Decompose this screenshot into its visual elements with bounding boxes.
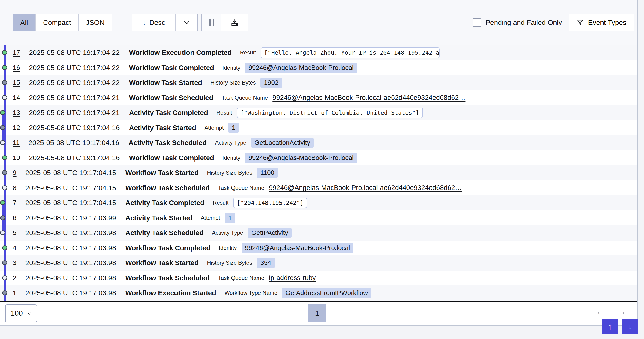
event-detail-label: Attempt (201, 215, 220, 221)
event-detail-label: History Size Bytes (210, 79, 256, 86)
event-id-link[interactable]: 5 (13, 229, 16, 237)
event-row[interactable]: 52025-05-08 UTC 19:17:03.98Activity Task… (0, 225, 638, 240)
event-detail-label: Identity (219, 245, 236, 251)
page-1-button[interactable]: 1 (308, 304, 326, 322)
event-type: Workflow Task Completed (129, 154, 214, 162)
event-detail-label: Result (216, 109, 232, 116)
event-types-filter-button[interactable]: Event Types (568, 14, 634, 32)
event-row[interactable]: 132025-05-08 UTC 19:17:04.21Activity Tas… (0, 105, 638, 120)
download-button[interactable] (221, 14, 248, 31)
timeline-dot-gray (2, 290, 7, 295)
event-id-link[interactable]: 11 (13, 139, 20, 146)
event-detail-label: Result (213, 200, 228, 206)
event-row[interactable]: 32025-05-08 UTC 19:17:03.98Workflow Task… (0, 255, 638, 270)
event-detail-label: Attempt (204, 125, 224, 131)
chevron-down-icon (183, 19, 190, 27)
event-timestamp: 2025-05-08 UTC 19:17:04.15 (25, 199, 116, 207)
event-detail-link[interactable]: 99246@Angelas-MacBook-Pro.local-ae62d440… (269, 184, 462, 192)
event-timestamp: 2025-05-08 UTC 19:17:04.22 (29, 64, 120, 72)
event-timestamp: 2025-05-08 UTC 19:17:04.21 (29, 94, 120, 102)
event-detail-badge: 1100 (257, 168, 278, 178)
pending-failed-label: Pending and Failed Only (486, 19, 562, 27)
event-detail-code: ["204.148.195.242"] (233, 198, 307, 208)
event-id-link[interactable]: 13 (13, 109, 20, 116)
view-mode-toggle: All Compact JSON (13, 14, 112, 32)
event-type: Workflow Execution Started (126, 289, 216, 297)
pagination-bar: 100 1 ← → (0, 301, 638, 325)
view-mode-compact-button[interactable]: Compact (35, 14, 78, 31)
event-row[interactable]: 82025-05-08 UTC 19:17:04.15Workflow Task… (0, 180, 638, 196)
timeline-dot-white (2, 185, 7, 190)
event-type: Activity Task Completed (129, 109, 208, 117)
timeline-dot-green (0, 200, 5, 205)
timeline-dot-white (0, 140, 5, 145)
event-row[interactable]: 112025-05-08 UTC 19:17:04.16Activity Tas… (0, 135, 638, 150)
scroll-to-bottom-button[interactable]: ↓ (622, 319, 638, 334)
view-mode-all-button[interactable]: All (13, 14, 35, 31)
sort-dropdown-button[interactable] (176, 14, 197, 31)
event-id-link[interactable]: 17 (13, 49, 20, 56)
history-actions (202, 14, 248, 32)
timeline-dot-white (0, 230, 5, 235)
event-id-link[interactable]: 14 (13, 94, 20, 102)
event-detail-code: ["Hello, Angela Zhou. Your IP is 204.148… (260, 48, 440, 58)
event-id-link[interactable]: 8 (13, 184, 16, 192)
event-id-link[interactable]: 15 (13, 79, 20, 86)
event-row[interactable]: 152025-05-08 UTC 19:17:04.22Workflow Tas… (0, 75, 638, 90)
event-detail-label: Result (240, 49, 256, 56)
event-id-link[interactable]: 9 (13, 169, 16, 176)
event-detail-label: Workflow Type Name (224, 290, 277, 296)
event-row[interactable]: 62025-05-08 UTC 19:17:03.99Activity Task… (0, 210, 638, 226)
sort-control: ↓ Desc (132, 14, 198, 32)
event-row[interactable]: 172025-05-08 UTC 19:17:04.22Workflow Exe… (0, 45, 638, 60)
sort-desc-button[interactable]: ↓ Desc (132, 14, 176, 31)
event-id-link[interactable]: 2 (13, 274, 16, 282)
pending-failed-checkbox[interactable] (473, 19, 481, 27)
event-type: Workflow Execution Completed (129, 49, 232, 57)
pause-button[interactable] (202, 14, 221, 31)
event-id-link[interactable]: 1 (13, 289, 16, 297)
event-timestamp: 2025-05-08 UTC 19:17:03.98 (25, 244, 116, 252)
event-id-link[interactable]: 6 (13, 214, 16, 222)
event-id-link[interactable]: 7 (13, 199, 16, 206)
chevron-down-icon (26, 310, 32, 316)
event-id-link[interactable]: 4 (13, 244, 16, 252)
previous-page-arrow-icon[interactable]: ← (596, 305, 606, 317)
arrow-down-icon: ↓ (628, 321, 632, 331)
event-row[interactable]: 72025-05-08 UTC 19:17:04.15Activity Task… (0, 195, 638, 210)
view-mode-json-button[interactable]: JSON (78, 14, 112, 31)
event-row[interactable]: 162025-05-08 UTC 19:17:04.22Workflow Tas… (0, 60, 638, 76)
event-row[interactable]: 142025-05-08 UTC 19:17:04.21Workflow Tas… (0, 90, 638, 106)
event-row[interactable]: 12025-05-08 UTC 19:17:03.98Workflow Exec… (0, 285, 638, 300)
event-timestamp: 2025-05-08 UTC 19:17:04.16 (29, 154, 120, 162)
event-row[interactable]: 92025-05-08 UTC 19:17:04.15Workflow Task… (0, 165, 638, 180)
event-timestamp: 2025-05-08 UTC 19:17:03.98 (25, 289, 116, 297)
event-detail-link[interactable]: 99246@Angelas-MacBook-Pro.local-ae62d440… (272, 94, 465, 102)
event-timestamp: 2025-05-08 UTC 19:17:03.99 (25, 214, 116, 222)
event-id-link[interactable]: 16 (13, 64, 20, 72)
page-size-select[interactable]: 100 (5, 304, 37, 322)
timeline-dot-green (2, 65, 7, 70)
event-row[interactable]: 122025-05-08 UTC 19:17:04.16Activity Tas… (0, 120, 638, 136)
event-row[interactable]: 102025-05-08 UTC 19:17:04.16Workflow Tas… (0, 150, 638, 166)
event-id-link[interactable]: 12 (13, 124, 20, 132)
event-detail-link[interactable]: ip-address-ruby (269, 274, 316, 282)
event-history-toolbar: All Compact JSON ↓ Desc (0, 0, 638, 45)
event-type: Activity Task Scheduled (128, 139, 206, 147)
event-row[interactable]: 22025-05-08 UTC 19:17:03.98Workflow Task… (0, 270, 638, 286)
event-type: Workflow Task Started (126, 259, 198, 267)
event-id-link[interactable]: 3 (13, 259, 16, 267)
event-row[interactable]: 42025-05-08 UTC 19:17:03.98Workflow Task… (0, 240, 638, 256)
event-id-link[interactable]: 10 (13, 154, 20, 162)
download-icon (230, 18, 240, 27)
event-timestamp: 2025-05-08 UTC 19:17:03.98 (25, 274, 116, 282)
next-page-arrow-icon[interactable]: → (616, 305, 627, 317)
timeline-dot-green (2, 155, 7, 160)
event-type: Activity Task Completed (126, 199, 204, 207)
timeline-dot-white (2, 275, 7, 280)
event-timestamp: 2025-05-08 UTC 19:17:04.15 (25, 169, 116, 177)
event-detail-badge: 99246@Angelas-MacBook-Pro.local (242, 243, 354, 253)
timeline-dot-green (2, 50, 7, 55)
event-detail-label: Task Queue Name (218, 185, 264, 191)
scroll-to-top-button[interactable]: ↑ (602, 319, 618, 334)
